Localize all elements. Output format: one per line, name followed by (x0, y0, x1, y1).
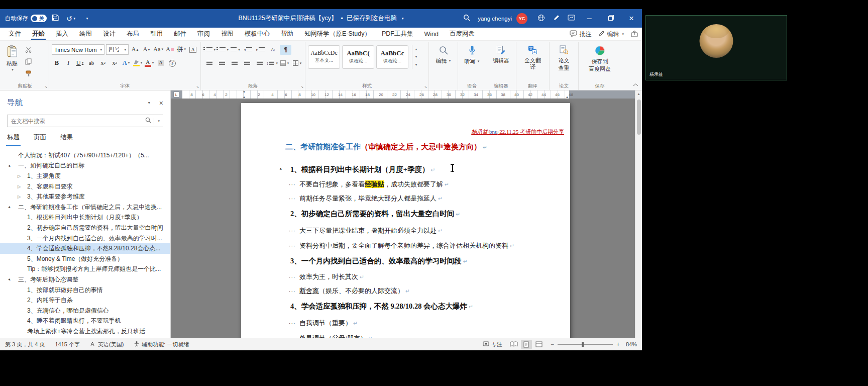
save-to-baidu-button[interactable]: 保存到百度网盘 (581, 43, 618, 74)
dialog-launcher-icon[interactable]: ↘ (44, 85, 47, 89)
expand-arrow-icon[interactable]: ▾ (7, 277, 12, 282)
bold-button[interactable]: B (52, 58, 62, 68)
navigation-close-icon[interactable]: × (159, 99, 163, 107)
editor-button[interactable]: 编辑器 (489, 43, 513, 66)
dialog-launcher-icon[interactable]: ↘ (196, 85, 199, 89)
style-card-course-1[interactable]: AaBbC( 课程论... (342, 45, 374, 69)
numbered-item-line[interactable]: 1、根据科目列出中长期计划（月度+季度）↵ (290, 165, 435, 174)
styles-scroll-down-button[interactable]: ▾ (412, 53, 420, 61)
search-icon[interactable] (145, 117, 151, 125)
web-layout-button[interactable] (533, 340, 545, 349)
multilevel-list-button[interactable]: ▾ (230, 45, 241, 55)
dictate-button[interactable]: 听写▾ (461, 43, 483, 67)
justify-button[interactable] (241, 58, 253, 68)
sub-item-line[interactable]: ···前期任务尽量紧张，毕竟绝大部分人都是拖延人↵ (289, 194, 443, 203)
cut-button[interactable] (22, 45, 34, 55)
nav-item[interactable]: 5、Money & Time（做好充分准备） (0, 254, 170, 264)
nav-item[interactable]: 4、睡不着闭眼睛也行，不要玩手机 (0, 316, 170, 327)
first-line-indent-marker[interactable]: ▼ (243, 90, 246, 93)
nav-item[interactable]: 1、根据科目列出中长期计划（月度+季度） (0, 213, 170, 223)
tab-home[interactable]: 开始 (27, 28, 50, 40)
tab-insert[interactable]: 插入 (50, 28, 74, 40)
right-indent-marker[interactable]: ▲ (566, 95, 569, 99)
tab-layout[interactable]: 布局 (121, 28, 145, 40)
tab-references[interactable]: 引用 (145, 28, 168, 40)
print-layout-button[interactable] (521, 340, 532, 349)
comments-button[interactable]: 批注 (570, 30, 591, 39)
page-header-text[interactable]: 杨承益·bnu·22.11.25 考研前中后期分享 (471, 128, 564, 136)
strikethrough-button[interactable]: ab (86, 58, 96, 68)
style-card-course-2[interactable]: AaBbCc 课程论... (376, 45, 408, 69)
search-button[interactable] (459, 9, 474, 28)
zoom-thumb[interactable] (582, 342, 584, 347)
document-page[interactable]: 杨承益·bnu·22.11.25 考研前中后期分享 二、考研前期准备工作（审慎确… (241, 103, 570, 338)
undo-button[interactable]: ↺▾ (64, 12, 78, 25)
phonetic-guide-button[interactable]: 拼▾ (176, 45, 186, 55)
tab-help[interactable]: 帮助 (275, 28, 299, 40)
tab-wind[interactable]: Wind (418, 28, 444, 40)
format-painter-button[interactable] (22, 69, 34, 79)
line-spacing-button[interactable]: ↕▾ (266, 58, 278, 68)
quick-access-menu-button[interactable]: ▾ (79, 12, 93, 25)
tab-stop-selector-icon[interactable]: L (173, 91, 179, 98)
nav-item[interactable]: 2、初步确定自己所需要的资料，留出大量空白时间 (0, 223, 170, 233)
sub-item-line[interactable]: ···断舍离（娱乐、不必要的人际交流）↵ (289, 286, 410, 296)
text-highlight-button[interactable]: ▾ (133, 58, 143, 68)
font-color-button[interactable]: A▾ (144, 58, 154, 68)
nav-tab-results[interactable]: 结果 (60, 133, 73, 146)
nav-item[interactable]: 2、内耗等于自杀 (0, 295, 170, 306)
pen-button[interactable] (549, 9, 564, 28)
tab-template-center[interactable]: 模板中心 (239, 28, 275, 40)
sort-button[interactable]: A↓ (267, 45, 279, 55)
language-status[interactable]: 英语(美国) (90, 341, 124, 348)
editing-menu-button[interactable]: 编辑▾ (431, 43, 455, 66)
page-number-status[interactable]: 第 3 页，共 4 页 (5, 341, 45, 348)
nav-item[interactable]: 考场上紧张+寒冷会营上搜索那孔，反只班活 (0, 326, 170, 337)
numbered-list-button[interactable]: ▾ (216, 45, 229, 55)
nav-item[interactable]: ▾二、考研前期准备工作（审慎确定之后，大忌中途换... (0, 202, 170, 213)
align-left-button[interactable] (203, 58, 215, 68)
nav-item[interactable]: 3、一个月内找到自己适合的、效率最高的学习时... (0, 233, 170, 244)
editing-mode-button[interactable]: 编辑 ▾ (598, 30, 624, 39)
sub-item-line[interactable]: ···资料分前中后期，要全面了解每个老师的差异，综合评估相关机构的资料↵ (289, 241, 514, 250)
expand-arrow-icon[interactable]: ▾ (7, 163, 12, 168)
numbered-item-line[interactable]: 3、一个月内找到自己适合的、效率最高的学习时间段↵ (290, 256, 468, 266)
collapse-arrow-icon[interactable]: ▷ (18, 174, 21, 178)
numbered-item-line[interactable]: 4、学会适应孤独和压抑，不然 9.28/10.28 会心态大爆炸↵ (290, 302, 473, 311)
collapse-ribbon-button[interactable] (633, 81, 638, 88)
heading-line[interactable]: 二、考研前期准备工作（审慎确定之后，大忌中途换方向）↵ (285, 142, 487, 152)
translate-button[interactable]: 文A 全文翻译 (519, 43, 547, 72)
navigation-options-chevron-icon[interactable]: ▾ (148, 101, 150, 105)
underline-button[interactable]: U▾ (75, 58, 85, 68)
expand-arrow-icon[interactable]: ▾ (7, 205, 12, 210)
nav-item[interactable]: ▷2、客观科目要求 (0, 181, 170, 192)
tab-cnki-estudy[interactable]: 知网研学（原E-Study） (299, 28, 376, 40)
character-border-button[interactable]: A (188, 45, 198, 55)
shading-button[interactable]: ▾ (279, 58, 290, 68)
tab-pdf-tools[interactable]: PDF工具集 (376, 28, 419, 40)
sub-item-line[interactable]: ···自我调节（重要）↵ (289, 319, 358, 328)
paste-button[interactable]: 粘贴▾ (4, 43, 21, 79)
globe-button[interactable] (533, 9, 549, 28)
shrink-font-button[interactable]: A▼ (142, 45, 152, 55)
scrollbar-thumb[interactable] (637, 100, 641, 135)
superscript-button[interactable]: x2 (110, 58, 120, 68)
borders-button[interactable]: ▾ (291, 58, 303, 68)
nav-tab-pages[interactable]: 页面 (34, 133, 46, 146)
user-avatar[interactable]: YC (516, 13, 527, 24)
autosave-toggle[interactable]: 自动保存 关 (5, 15, 47, 22)
restore-button[interactable] (600, 9, 621, 28)
nav-item-selected[interactable]: 4、学会适应孤独和压抑，不然9.28/10.28会心态... (0, 243, 170, 254)
sub-item-line[interactable]: ···大三下尽量把课业结束，暑期开始必须全力以赴↵ (289, 226, 443, 235)
align-center-button[interactable] (216, 58, 228, 68)
text-effects-button[interactable]: A▾ (121, 58, 131, 68)
styles-scroll-up-button[interactable]: ▴ (412, 45, 420, 53)
grow-font-button[interactable]: A▲ (130, 45, 140, 55)
tab-view[interactable]: 视图 (215, 28, 239, 40)
chevron-down-icon[interactable]: ▾ (158, 119, 160, 123)
styles-gallery-more-button[interactable]: ▾ (412, 61, 420, 69)
nav-item[interactable]: ▾一、如何确定自己的目标 (0, 161, 170, 171)
outline-collapse-icon[interactable]: ▾ (278, 167, 283, 171)
save-button[interactable] (48, 12, 62, 25)
character-shading-button[interactable]: A (156, 58, 166, 68)
